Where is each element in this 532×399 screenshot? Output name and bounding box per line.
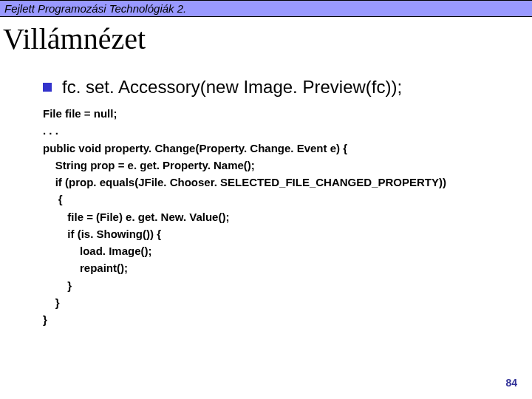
slide: Fejlett Programozási Technológiák 2. Vil… bbox=[0, 0, 532, 399]
bullet-text: fc. set. Accessory(new Image. Preview(fc… bbox=[62, 77, 402, 98]
code-block: File file = null; . . . public void prop… bbox=[43, 105, 532, 328]
bullet-row: fc. set. Accessory(new Image. Preview(fc… bbox=[43, 77, 532, 98]
header-bar: Fejlett Programozási Technológiák 2. bbox=[0, 0, 532, 17]
page-number: 84 bbox=[505, 377, 517, 389]
slide-title: Villámnézet bbox=[3, 21, 532, 56]
header-text: Fejlett Programozási Technológiák 2. bbox=[4, 2, 186, 15]
square-bullet-icon bbox=[43, 83, 52, 92]
